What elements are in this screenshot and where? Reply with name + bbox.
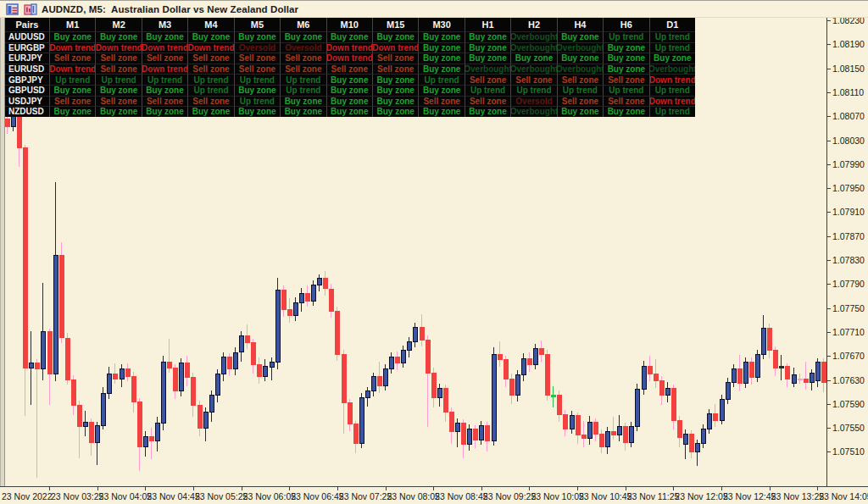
dashboard-cell-eurjpy-m30[interactable]: Buy zone xyxy=(418,53,464,64)
dashboard-pair-eurgbp[interactable]: EURGBP xyxy=(5,42,49,53)
dashboard-cell-gbpusd-m2[interactable]: Buy zone xyxy=(95,85,141,96)
dashboard-cell-usdjpy-m10[interactable]: Buy zone xyxy=(326,96,372,107)
dashboard-cell-audusd-h1[interactable]: Buy zone xyxy=(465,31,510,42)
chart-titlebar[interactable]: AUDNZD, M5: Australian Dollar vs New Zea… xyxy=(0,1,868,18)
price-axis[interactable]: 1.082301.081901.081501.081101.080701.080… xyxy=(826,18,868,486)
dashboard-cell-eurjpy-h6[interactable]: Buy zone xyxy=(603,53,648,64)
dashboard-cell-eurjpy-m3[interactable]: Sell zone xyxy=(142,53,187,64)
dashboard-pair-eurusd[interactable]: EURUSD xyxy=(5,64,49,75)
dashboard-cell-eurgbp-d1[interactable]: Up trend xyxy=(649,42,695,53)
dashboard-cell-eurgbp-m5[interactable]: Oversold xyxy=(234,42,280,53)
dashboard-cell-audusd-m5[interactable]: Buy zone xyxy=(234,31,280,42)
dashboard-cell-eurusd-h2[interactable]: Overbought xyxy=(510,64,556,75)
dashboard-cell-gbpusd-m10[interactable]: Buy zone xyxy=(326,85,372,96)
dashboard-cell-eurusd-h1[interactable]: Overbought xyxy=(465,64,510,75)
dashboard-cell-gbpusd-m30[interactable]: Buy zone xyxy=(418,85,464,96)
dashboard-cell-gbpusd-m1[interactable]: Buy zone xyxy=(49,85,95,96)
dashboard-cell-audusd-m3[interactable]: Buy zone xyxy=(142,31,187,42)
dashboard-cell-nzdusd-m5[interactable]: Buy zone xyxy=(234,106,280,117)
dashboard-cell-gbpjpy-h4[interactable]: Sell zone xyxy=(557,74,603,85)
dashboard-cell-gbpjpy-m3[interactable]: Up trend xyxy=(142,74,187,85)
dashboard-cell-audusd-m15[interactable]: Buy zone xyxy=(372,31,418,42)
dashboard-pair-audusd[interactable]: AUDUSD xyxy=(5,31,49,42)
dashboard-pair-nzdusd[interactable]: NZDUSD xyxy=(5,106,49,117)
dashboard-cell-eurusd-m30[interactable]: Buy zone xyxy=(418,64,464,75)
dashboard-cell-eurgbp-m6[interactable]: Oversold xyxy=(280,42,326,53)
dashboard-cell-nzdusd-m10[interactable]: Buy zone xyxy=(326,106,372,117)
dashboard-cell-eurgbp-h1[interactable]: Buy zone xyxy=(465,42,510,53)
dashboard-cell-eurjpy-m6[interactable]: Sell zone xyxy=(280,53,326,64)
dashboard-cell-gbpusd-m5[interactable]: Buy zone xyxy=(234,85,280,96)
dashboard-cell-nzdusd-m3[interactable]: Buy zone xyxy=(142,106,187,117)
dashboard-pair-usdjpy[interactable]: USDJPY xyxy=(5,96,49,107)
dashboard-cell-eurgbp-h6[interactable]: Buy zone xyxy=(603,42,648,53)
dashboard-cell-usdjpy-h2[interactable]: Oversold xyxy=(510,96,556,107)
dashboard-cell-audusd-m2[interactable]: Buy zone xyxy=(95,31,141,42)
dashboard-cell-eurgbp-m4[interactable]: Down trend xyxy=(187,42,233,53)
dashboard-cell-eurusd-m2[interactable]: Sell zone xyxy=(95,64,141,75)
dashboard-cell-usdjpy-m15[interactable]: Buy zone xyxy=(372,96,418,107)
dashboard-cell-nzdusd-m15[interactable]: Buy zone xyxy=(372,106,418,117)
dashboard-cell-eurjpy-h1[interactable]: Buy zone xyxy=(465,53,510,64)
dashboard-cell-audusd-m10[interactable]: Buy zone xyxy=(326,31,372,42)
dashboard-cell-audusd-h6[interactable]: Up trend xyxy=(603,31,648,42)
dashboard-cell-audusd-h2[interactable]: Overbought xyxy=(510,31,556,42)
dashboard-cell-usdjpy-m30[interactable]: Sell zone xyxy=(418,96,464,107)
dashboard-cell-eurusd-h4[interactable]: Overbought xyxy=(557,64,603,75)
time-axis[interactable]: 23 Nov 202223 Nov 03:2523 Nov 04:0523 No… xyxy=(0,486,868,504)
dashboard-cell-usdjpy-h1[interactable]: Sell zone xyxy=(465,96,510,107)
dashboard-cell-eurusd-m5[interactable]: Sell zone xyxy=(234,64,280,75)
dashboard-cell-usdjpy-h6[interactable]: Sell zone xyxy=(603,96,648,107)
dashboard-cell-gbpusd-m6[interactable]: Up trend xyxy=(280,85,326,96)
dashboard-cell-gbpjpy-m15[interactable]: Buy zone xyxy=(372,74,418,85)
dashboard-cell-gbpusd-m4[interactable]: Up trend xyxy=(187,85,233,96)
dashboard-pair-gbpusd[interactable]: GBPUSD xyxy=(5,85,49,96)
dashboard-cell-audusd-h4[interactable]: Buy zone xyxy=(557,31,603,42)
dashboard-cell-eurjpy-m2[interactable]: Sell zone xyxy=(95,53,141,64)
dashboard-cell-eurgbp-m15[interactable]: Down trend xyxy=(372,42,418,53)
dashboard-cell-gbpusd-d1[interactable]: Up trend xyxy=(649,85,695,96)
dashboard-cell-nzdusd-m6[interactable]: Buy zone xyxy=(280,106,326,117)
dashboard-cell-gbpjpy-h6[interactable]: Sell zone xyxy=(603,74,648,85)
dashboard-cell-eurjpy-m1[interactable]: Sell zone xyxy=(49,53,95,64)
dashboard-cell-eurusd-m15[interactable]: Sell zone xyxy=(372,64,418,75)
dashboard-cell-audusd-m30[interactable]: Buy zone xyxy=(418,31,464,42)
dashboard-cell-gbpjpy-m30[interactable]: Up trend xyxy=(418,74,464,85)
dashboard-cell-eurgbp-m30[interactable]: Buy zone xyxy=(418,42,464,53)
dashboard-cell-usdjpy-m1[interactable]: Sell zone xyxy=(49,96,95,107)
dashboard-cell-nzdusd-h1[interactable]: Buy zone xyxy=(465,106,510,117)
dashboard-cell-gbpjpy-d1[interactable]: Down trend xyxy=(649,74,695,85)
dashboard-cell-nzdusd-m30[interactable]: Buy zone xyxy=(418,106,464,117)
dashboard-cell-usdjpy-h4[interactable]: Sell zone xyxy=(557,96,603,107)
dashboard-cell-usdjpy-m6[interactable]: Buy zone xyxy=(280,96,326,107)
dashboard-cell-audusd-m6[interactable]: Buy zone xyxy=(280,31,326,42)
dashboard-cell-eurjpy-h4[interactable]: Buy zone xyxy=(557,53,603,64)
dashboard-cell-audusd-d1[interactable]: Up trend xyxy=(649,31,695,42)
dashboard-cell-usdjpy-m5[interactable]: Up trend xyxy=(234,96,280,107)
dashboard-cell-eurjpy-h2[interactable]: Buy zone xyxy=(510,53,556,64)
dashboard-cell-eurjpy-m10[interactable]: Down trend xyxy=(326,53,372,64)
dashboard-pair-gbpjpy[interactable]: GBPJPY xyxy=(5,74,49,85)
dashboard-cell-eurusd-d1[interactable]: Overbought xyxy=(649,64,695,75)
dashboard-cell-gbpusd-h2[interactable]: Up trend xyxy=(510,85,556,96)
dashboard-cell-nzdusd-d1[interactable]: Up trend xyxy=(649,106,695,117)
dashboard-cell-audusd-m4[interactable]: Buy zone xyxy=(187,31,233,42)
dashboard-cell-gbpjpy-m6[interactable]: Up trend xyxy=(280,74,326,85)
dashboard-cell-gbpjpy-h1[interactable]: Sell zone xyxy=(465,74,510,85)
dashboard-cell-gbpusd-m15[interactable]: Buy zone xyxy=(372,85,418,96)
dashboard-cell-usdjpy-m3[interactable]: Sell zone xyxy=(142,96,187,107)
dashboard-cell-gbpusd-h1[interactable]: Up trend xyxy=(465,85,510,96)
dashboard-cell-eurusd-m3[interactable]: Down trend xyxy=(142,64,187,75)
dashboard-cell-eurusd-m4[interactable]: Sell zone xyxy=(187,64,233,75)
dashboard-cell-eurgbp-m10[interactable]: Down trend xyxy=(326,42,372,53)
dashboard-cell-gbpjpy-m4[interactable]: Up trend xyxy=(187,74,233,85)
dashboard-cell-eurgbp-h4[interactable]: Overbought xyxy=(557,42,603,53)
dashboard-cell-gbpusd-m3[interactable]: Buy zone xyxy=(142,85,187,96)
dashboard-cell-nzdusd-h6[interactable]: Buy zone xyxy=(603,106,648,117)
dashboard-cell-eurjpy-m4[interactable]: Sell zone xyxy=(187,53,233,64)
dashboard-cell-eurusd-m6[interactable]: Sell zone xyxy=(280,64,326,75)
dashboard-pair-eurjpy[interactable]: EURJPY xyxy=(5,53,49,64)
dashboard-cell-usdjpy-m2[interactable]: Sell zone xyxy=(95,96,141,107)
dashboard-cell-nzdusd-m4[interactable]: Buy zone xyxy=(187,106,233,117)
dashboard-cell-eurusd-m1[interactable]: Down trend xyxy=(49,64,95,75)
